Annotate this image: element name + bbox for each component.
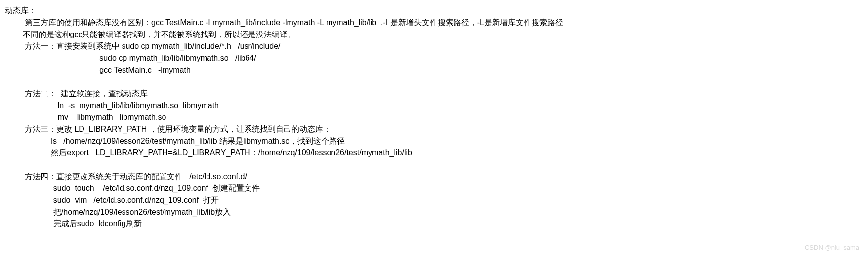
text-line: 然后export LD_LIBRARY_PATH=&LD_LIBRARY_PAT… <box>5 147 863 159</box>
text-line: 不同的是这种gcc只能被编译器找到，并不能被系统找到，所以还是没法编译。 <box>5 29 863 40</box>
text-line <box>5 76 863 88</box>
text-line <box>5 159 863 171</box>
document-content: 动态库： 第三方库的使用和静态库没有区别：gcc TestMain.c -I m… <box>5 5 863 230</box>
text-line: 方法四：直接更改系统关于动态库的配置文件 /etc/ld.so.conf.d/ <box>5 171 863 183</box>
text-line: 完成后sudo ldconfig刷新 <box>5 218 863 230</box>
text-line: sudo vim /etc/ld.so.conf.d/nzq_109.conf … <box>5 194 863 206</box>
text-line: sudo cp mymath_lib/lib/libmymath.so /lib… <box>5 52 863 64</box>
text-line: ln -s mymath_lib/lib/libmymath.so libmym… <box>5 100 863 111</box>
text-line: 第三方库的使用和静态库没有区别：gcc TestMain.c -I mymath… <box>5 17 863 29</box>
text-line: ls /home/nzq/109/lesson26/test/mymath_li… <box>5 135 863 147</box>
text-line: 方法三：更改 LD_LIBRARY_PATH ，使用环境变量的方式，让系统找到自… <box>5 123 863 135</box>
text-line: 方法一：直接安装到系统中 sudo cp mymath_lib/include/… <box>5 40 863 52</box>
text-line: gcc TestMain.c -lmymath <box>5 64 863 76</box>
text-line: 把/home/nzq/109/lesson26/test/mymath_lib/… <box>5 206 863 218</box>
text-line: 方法二： 建立软连接，查找动态库 <box>5 88 863 100</box>
text-line: 动态库： <box>5 5 863 17</box>
watermark: CSDN @niu_sama <box>805 243 859 253</box>
text-line: mv libmymath libmymath.so <box>5 111 863 123</box>
text-line: sudo touch /etc/ld.so.conf.d/nzq_109.con… <box>5 183 863 194</box>
